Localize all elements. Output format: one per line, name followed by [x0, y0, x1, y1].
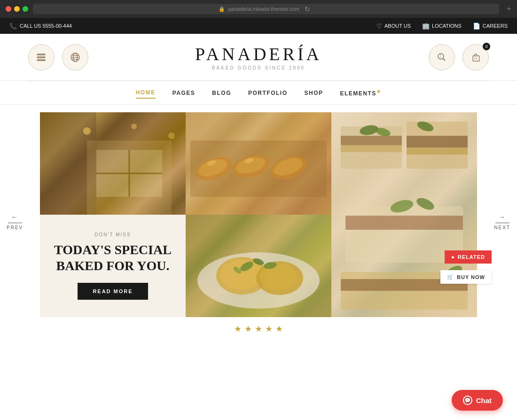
careers-label: CAREERS — [483, 23, 508, 29]
related-button[interactable]: ● RELATED — [445, 250, 492, 264]
url-bar[interactable]: 🔒 panaderia.mikado-themes.com ↻ — [33, 4, 499, 14]
svg-point-5 — [37, 59, 39, 61]
slide-dot-4[interactable]: ★ — [265, 324, 273, 334]
close-button[interactable] — [6, 6, 11, 12]
read-more-button[interactable]: READ MORE — [78, 283, 148, 300]
slide-dot-3[interactable]: ★ — [255, 324, 262, 334]
prev-arrow-line — [8, 223, 22, 223]
search-icon-button[interactable] — [429, 44, 455, 70]
next-arrow-line — [495, 223, 509, 223]
map-icon: 🏢 — [422, 23, 430, 30]
promo-title: TODAY'S SPECIAL BAKED FOR YOU. — [51, 242, 174, 273]
header-right-icons: 0 — [429, 44, 489, 70]
cart-badge: 0 — [483, 43, 490, 50]
url-text: panaderia.mikado-themes.com — [228, 6, 299, 12]
svg-point-28 — [131, 124, 137, 129]
svg-point-27 — [83, 127, 91, 135]
star-icon: ★ — [376, 89, 382, 94]
top-bar: 📞 CALL US 5555-00-444 ♡ ABOUT US 🏢 LOCAT… — [0, 18, 517, 34]
header-left-icons — [28, 44, 88, 70]
top-bar-nav: ♡ ABOUT US 🏢 LOCATIONS 📄 CAREERS — [376, 23, 508, 30]
minimize-button[interactable] — [14, 6, 20, 12]
globe-icon-button[interactable] — [62, 44, 88, 70]
menu-icon-button[interactable] — [28, 44, 55, 70]
refresh-icon[interactable]: ↻ — [305, 5, 310, 13]
svg-rect-0 — [38, 54, 45, 55]
chat-button[interactable]: 💬 Chat — [452, 390, 503, 411]
heart-icon: ♡ — [376, 23, 382, 30]
nav-shop[interactable]: SHOP — [304, 88, 323, 98]
svg-rect-58 — [407, 136, 468, 148]
svg-rect-54 — [341, 145, 402, 152]
locations-link[interactable]: 🏢 LOCATIONS — [422, 23, 462, 30]
image-grid: DON'T MISS TODAY'S SPECIAL BAKED FOR YOU… — [40, 112, 477, 317]
maximize-button[interactable] — [23, 6, 28, 12]
svg-rect-14 — [473, 56, 479, 61]
svg-rect-59 — [407, 148, 468, 155]
about-us-link[interactable]: ♡ ABOUT US — [376, 23, 411, 30]
promo-dont-miss: DON'T MISS — [94, 232, 131, 237]
main-nav: HOME PAGES BLOG PORTFOLIO SHOP ELEMENTS★ — [0, 81, 517, 105]
cart-icon-button[interactable]: 0 — [462, 44, 489, 70]
phone-label: CALL US 5555-00-444 — [20, 23, 72, 29]
nav-pages[interactable]: PAGES — [172, 88, 196, 98]
about-label: ABOUT US — [384, 23, 411, 29]
locations-label: LOCATIONS — [432, 23, 462, 29]
site-header: PANADERÍA BAKED GOODS SINCE 1890 0 — [0, 34, 517, 81]
briefcase-icon: 📄 — [473, 23, 480, 30]
nav-home[interactable]: HOME — [136, 87, 156, 99]
related-label: RELATED — [458, 254, 485, 260]
svg-rect-53 — [341, 136, 402, 145]
svg-line-13 — [440, 54, 441, 59]
svg-rect-1 — [38, 57, 45, 58]
slide-dot-2[interactable]: ★ — [244, 324, 252, 334]
browser-traffic-lights — [6, 6, 28, 12]
website-content: 📞 CALL US 5555-00-444 ♡ ABOUT US 🏢 LOCAT… — [0, 18, 517, 420]
prev-arrow-icon — [11, 213, 19, 221]
svg-point-4 — [37, 56, 39, 58]
site-title[interactable]: PANADERÍA — [88, 44, 429, 64]
site-tagline: BAKED GOODS SINCE 1890 — [88, 65, 429, 70]
bread-herbs-image — [186, 215, 331, 317]
nav-blog[interactable]: BLOG — [212, 88, 231, 98]
buy-now-button[interactable]: 🛒 BUY NOW — [440, 270, 492, 284]
svg-rect-62 — [345, 216, 463, 230]
slide-indicators: ★ ★ ★ ★ ★ — [28, 317, 489, 339]
new-tab-button[interactable]: + — [507, 4, 511, 14]
promo-cell: DON'T MISS TODAY'S SPECIAL BAKED FOR YOU… — [40, 215, 186, 317]
croissants-image — [186, 112, 331, 215]
next-arrow-icon — [499, 213, 506, 221]
next-button[interactable]: NEXT — [494, 213, 510, 230]
related-icon: ● — [451, 254, 455, 260]
careers-link[interactable]: 📄 CAREERS — [473, 23, 508, 30]
slide-dot-1[interactable]: ★ — [234, 324, 242, 334]
logo-area: PANADERÍA BAKED GOODS SINCE 1890 — [88, 44, 429, 70]
next-label: NEXT — [494, 225, 510, 230]
svg-point-29 — [168, 132, 175, 139]
lock-icon: 🔒 — [219, 6, 225, 12]
chat-bubble-icon: 💬 — [463, 396, 472, 405]
nav-portfolio[interactable]: PORTFOLIO — [248, 88, 288, 98]
svg-point-3 — [37, 54, 39, 55]
svg-rect-2 — [38, 60, 45, 61]
prev-button[interactable]: PREV — [7, 213, 23, 230]
buy-now-label: BUY NOW — [457, 274, 485, 280]
svg-point-43 — [220, 260, 262, 290]
chat-label: Chat — [476, 397, 492, 404]
prev-label: PREV — [7, 225, 23, 230]
cart-small-icon: 🛒 — [447, 274, 454, 280]
phone-icon: 📞 — [9, 23, 17, 30]
sandwiches-image — [331, 112, 477, 317]
slider-section: PREV — [0, 105, 517, 339]
nav-elements[interactable]: ELEMENTS★ — [340, 87, 381, 99]
nav-elements-label: ELEMENTS — [340, 90, 376, 97]
browser-chrome: 🔒 panaderia.mikado-themes.com ↻ + — [0, 0, 517, 18]
phone-info: 📞 CALL US 5555-00-444 — [9, 23, 72, 30]
slide-dot-5[interactable]: ★ — [275, 324, 283, 334]
svg-line-12 — [443, 58, 446, 61]
